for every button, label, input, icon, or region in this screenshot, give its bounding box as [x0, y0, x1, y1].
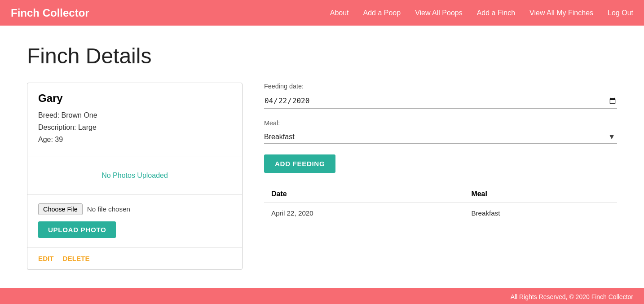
feeding-meal-cell: Breakfast [464, 203, 617, 224]
finch-age: Age: 39 [38, 133, 231, 145]
nav-link-view-all-poops[interactable]: View All Poops [415, 9, 463, 17]
upload-photo-button[interactable]: UPLOAD PHOTO [38, 221, 116, 238]
col-date-header: Date [264, 185, 464, 203]
feeding-section: Feeding date: Meal: BreakfastLunchDinner… [264, 83, 617, 223]
photo-placeholder: No Photos Uploaded [27, 157, 242, 194]
edit-button[interactable]: EDIT [38, 255, 54, 262]
choose-file-button[interactable]: Choose File [38, 203, 83, 215]
table-row: April 22, 2020Breakfast [264, 203, 617, 224]
nav-link-log-out[interactable]: Log Out [608, 9, 633, 17]
brand-logo[interactable]: Finch Collector [11, 7, 330, 19]
feeding-date-input[interactable] [264, 93, 617, 109]
meal-select-wrapper: BreakfastLunchDinnerSnack ▼ [264, 130, 617, 144]
finch-info: Gary Breed: Brown One Description: Large… [27, 83, 242, 157]
main-content: Finch Details Gary Breed: Brown One Desc… [0, 26, 644, 288]
nav-link-add-a-finch[interactable]: Add a Finch [477, 9, 515, 17]
nav-links: AboutAdd a PoopView All PoopsAdd a Finch… [330, 9, 633, 17]
feeding-date-cell: April 22, 2020 [264, 203, 464, 224]
no-file-label: No file chosen [87, 205, 130, 213]
col-meal-header: Meal [464, 185, 617, 203]
navbar: Finch Collector AboutAdd a PoopView All … [0, 0, 644, 26]
footer: All Rights Reserved, © 2020 Finch Collec… [0, 288, 644, 304]
finch-breed: Breed: Brown One [38, 109, 231, 121]
feeding-table: Date Meal April 22, 2020Breakfast [264, 185, 617, 223]
nav-link-view-all-my-finches[interactable]: View All My Finches [529, 9, 593, 17]
footer-text: All Rights Reserved, © 2020 Finch Collec… [511, 293, 633, 300]
finch-description: Description: Large [38, 121, 231, 133]
page-title: Finch Details [27, 44, 617, 68]
feeding-meal-group: Meal: BreakfastLunchDinnerSnack ▼ [264, 119, 617, 144]
add-feeding-button[interactable]: ADD FEEDING [264, 154, 335, 173]
finch-card: Gary Breed: Brown One Description: Large… [27, 83, 243, 270]
feeding-date-label: Feeding date: [264, 83, 617, 90]
delete-button[interactable]: DELETE [63, 255, 90, 262]
nav-link-about[interactable]: About [330, 9, 349, 17]
feeding-date-group: Feeding date: [264, 83, 617, 109]
content-layout: Gary Breed: Brown One Description: Large… [27, 83, 617, 270]
finch-name: Gary [38, 92, 231, 105]
edit-delete-row: EDIT DELETE [27, 247, 242, 269]
file-row: Choose File No file chosen [38, 203, 231, 215]
feeding-meal-label: Meal: [264, 119, 617, 127]
upload-section: Choose File No file chosen UPLOAD PHOTO [27, 194, 242, 247]
nav-link-add-a-poop[interactable]: Add a Poop [363, 9, 401, 17]
meal-select[interactable]: BreakfastLunchDinnerSnack [264, 130, 617, 143]
